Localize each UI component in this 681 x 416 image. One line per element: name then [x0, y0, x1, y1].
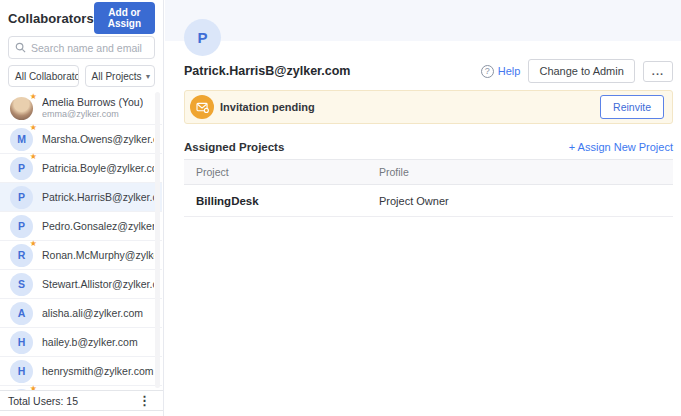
avatar-initial: P: [18, 220, 25, 232]
collaborator-list-item[interactable]: H hailey.b@zylker.com: [0, 328, 162, 357]
collaborator-label: alisha.ali@zylker.com: [42, 307, 143, 319]
more-options-button[interactable]: ...: [643, 61, 673, 82]
admin-star-badge: ★: [30, 240, 37, 248]
table-body: BillingDesk Project Owner: [184, 185, 673, 217]
column-header-profile: Profile: [367, 166, 673, 178]
change-to-admin-button[interactable]: Change to Admin: [528, 59, 634, 83]
kebab-menu-icon[interactable]: ⋮: [138, 394, 151, 407]
collaborator-label: Patrick.HarrisB@zylker.com: [42, 191, 154, 203]
sidebar-scrollbar[interactable]: [155, 92, 160, 388]
collaborator-list-item[interactable]: H henrysmith@zylker.com: [0, 357, 162, 386]
collaborator-label: hailey.b@zylker.com: [42, 336, 138, 348]
envelope-pending-icon: [190, 95, 214, 119]
profile-cell: Project Owner: [367, 195, 673, 207]
invitation-pending-banner: Invitation pending Reinvite: [184, 90, 673, 124]
collaborator-label: Amelia Burrows (You)emma@zylker.com: [42, 96, 143, 120]
collaborator-avatar: S: [10, 273, 33, 296]
collaborator-list-item[interactable]: P Pedro.Gonsalez@zylker.com: [0, 212, 162, 241]
sidebar-title: Collaborators: [8, 11, 94, 26]
avatar-initial: A: [18, 307, 26, 319]
add-or-assign-button[interactable]: Add or Assign: [94, 2, 155, 34]
assigned-projects-heading: Assigned Projects: [184, 141, 284, 153]
sidebar-header: Collaborators Add or Assign: [8, 6, 155, 30]
detail-header: Patrick.HarrisB@zylker.com ? Help Change…: [184, 58, 673, 84]
collaborator-label: Ronan.McMurphy@zylker.com: [42, 249, 154, 261]
avatar-initial: S: [18, 278, 25, 290]
collaborator-label: Patricia.Boyle@zylker.com: [42, 162, 154, 174]
collaborator-label: Marsha.Owens@zylker.com: [42, 133, 154, 145]
reinvite-button[interactable]: Reinvite: [600, 95, 664, 119]
admin-star-badge: ★: [30, 153, 37, 161]
collaborator-list-item[interactable]: S Stewart.Allistor@zylker.com: [0, 270, 162, 299]
project-name-cell: BillingDesk: [184, 195, 367, 207]
collaborator-avatar: A: [10, 302, 33, 325]
collaborator-avatar: R ★: [10, 244, 33, 267]
collaborator-list: ★ Amelia Burrows (You)emma@zylker.com M …: [0, 92, 162, 390]
admin-star-badge: ★: [30, 93, 37, 101]
collaborator-list-item[interactable]: P ★ Patricia.Boyle@zylker.com: [0, 154, 162, 183]
collaborator-list-item[interactable]: P Patrick.HarrisB@zylker.com: [0, 183, 162, 212]
collaborator-label: Pedro.Gonsalez@zylker.com: [42, 220, 154, 232]
collaborator-list-item[interactable]: ★ Amelia Burrows (You)emma@zylker.com: [0, 92, 162, 125]
collaborator-avatar: P: [10, 215, 33, 238]
avatar-initial: R: [18, 249, 26, 261]
help-link[interactable]: ? Help: [481, 65, 521, 78]
project-filter-value: All Projects: [92, 71, 142, 82]
collaborator-avatar: H: [10, 360, 33, 383]
collaborator-email: emma@zylker.com: [42, 109, 143, 120]
total-users-label: Total Users: 15: [8, 395, 78, 407]
invitation-pending-text: Invitation pending: [220, 101, 600, 113]
table-header-row: Project Profile: [184, 159, 673, 185]
page-title: Patrick.HarrisB@zylker.com: [184, 64, 350, 78]
help-label: Help: [498, 65, 521, 77]
collaborator-avatar: P: [10, 186, 33, 209]
project-filter-dropdown[interactable]: All Projects ▼: [85, 65, 156, 87]
table-row[interactable]: BillingDesk Project Owner: [184, 185, 673, 217]
column-header-project: Project: [184, 166, 367, 178]
header-band: [165, 0, 681, 41]
assigned-projects-table: Project Profile BillingDesk Project Owne…: [184, 159, 673, 217]
avatar-initial: H: [18, 336, 26, 348]
avatar-initial: P: [18, 162, 25, 174]
collaborator-name: Amelia Burrows (You): [42, 96, 143, 109]
collaborator-detail-panel: P Patrick.HarrisB@zylker.com ? Help Chan…: [165, 0, 681, 416]
assign-new-project-link[interactable]: + Assign New Project: [569, 141, 673, 153]
collaborators-sidebar: Collaborators Add or Assign All Collabor…: [0, 0, 164, 416]
search-input[interactable]: [31, 42, 148, 54]
profile-avatar-initial: P: [197, 29, 207, 46]
collaborator-list-item[interactable]: R ★ Ronan.McMurphy@zylker.com: [0, 241, 162, 270]
assigned-projects-section-header: Assigned Projects + Assign New Project: [184, 141, 673, 153]
collaborator-list-item[interactable]: M ★ Marsha.Owens@zylker.com: [0, 125, 162, 154]
avatar-initial: M: [17, 133, 26, 145]
app-window: Collaborators Add or Assign All Collabor…: [0, 0, 681, 416]
collaborator-list-item[interactable]: A alisha.ali@zylker.com: [0, 299, 162, 328]
collaborator-label: Stewart.Allistor@zylker.com: [42, 278, 154, 290]
collaborator-avatar: P ★: [10, 157, 33, 180]
collaborator-label: henrysmith@zylker.com: [42, 365, 154, 377]
header-actions: ? Help Change to Admin ...: [481, 59, 673, 83]
collaborator-filter-dropdown[interactable]: All Collaborato... ▼: [8, 65, 79, 87]
avatar-initial: P: [18, 191, 25, 203]
admin-star-badge: ★: [30, 124, 37, 132]
chevron-down-icon: ▼: [145, 73, 152, 80]
search-icon: [15, 42, 26, 53]
collaborator-avatar: ★: [10, 97, 33, 120]
collaborator-filter-value: All Collaborato...: [15, 71, 79, 82]
sidebar-footer: Total Users: 15 ⋮: [0, 390, 163, 411]
filter-row: All Collaborato... ▼ All Projects ▼: [8, 65, 155, 87]
help-icon: ?: [481, 65, 494, 78]
collaborator-avatar: M ★: [10, 128, 33, 151]
avatar-initial: H: [18, 365, 26, 377]
profile-avatar: P: [184, 19, 221, 56]
collaborator-avatar: H: [10, 331, 33, 354]
search-box[interactable]: [8, 36, 155, 59]
